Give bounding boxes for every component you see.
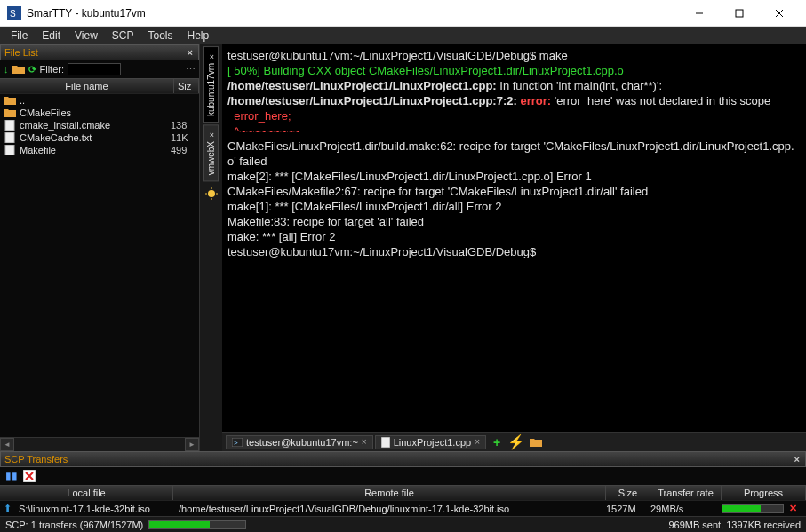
col-transfer-rate[interactable]: Transfer rate (650, 486, 722, 500)
app-icon: S (7, 6, 21, 20)
file-name: CMakeCache.txt (20, 132, 171, 143)
vtab-kubuntu17vm[interactable]: kubuntu17vm× (203, 46, 219, 123)
col-size[interactable]: Siz (174, 79, 199, 93)
menu-tools[interactable]: Tools (141, 28, 180, 44)
file-row[interactable]: Makefile499 (0, 144, 199, 156)
vtab-close-icon[interactable]: × (209, 131, 213, 139)
col-progress[interactable]: Progress (722, 486, 806, 500)
svg-rect-8 (5, 145, 14, 155)
terminal-icon: > (232, 438, 243, 447)
tab-close-icon[interactable]: × (475, 437, 480, 447)
window-title: SmarTTY - kubuntu17vm (27, 7, 679, 20)
file-icon (381, 437, 390, 448)
file-row[interactable]: cmake_install.cmake138 (0, 119, 199, 131)
file-name: cmake_install.cmake (20, 120, 171, 131)
menu-view[interactable]: View (68, 28, 105, 44)
tab-close-icon[interactable]: × (362, 437, 367, 447)
bottom-tabs: > testuser@kubuntu17vm:~ × LinuxProject1… (222, 432, 806, 451)
minimize-button[interactable] (679, 0, 719, 26)
col-filename[interactable]: File name (0, 79, 174, 93)
status-left: SCP: 1 transfers (967M/1527M) (5, 520, 143, 530)
svg-rect-7 (5, 132, 14, 143)
menu-edit[interactable]: Edit (35, 28, 68, 44)
file-list-title: File List (4, 47, 38, 58)
file-name: .. (20, 95, 171, 106)
scp-header: SCP Transfers × (0, 451, 806, 467)
file-list-rows: ..CMakeFilescmake_install.cmake138CMakeC… (0, 94, 199, 437)
file-list-columns: File name Siz (0, 78, 199, 94)
tab-file-editor[interactable]: LinuxProject1.cpp × (375, 435, 486, 449)
vertical-tabs: kubuntu17vm× vmwebX× (200, 44, 222, 451)
menu-scp[interactable]: SCP (105, 28, 141, 44)
file-name: Makefile (20, 145, 171, 155)
file-list-header: File List × (0, 44, 199, 60)
download-arrow-icon[interactable]: ↓ (4, 64, 9, 75)
pause-icon[interactable]: ▮▮ (5, 470, 18, 482)
folder-icon[interactable] (527, 434, 545, 450)
file-icon (4, 120, 20, 131)
remote-file-cell: /home/testuser/LinuxProject1/VisualGDB/D… (175, 504, 603, 514)
svg-rect-6 (5, 120, 14, 131)
file-row[interactable]: CMakeCache.txt11K (0, 131, 199, 144)
svg-point-9 (208, 190, 215, 197)
tab-terminal-session[interactable]: > testuser@kubuntu17vm:~ × (226, 435, 373, 449)
lightning-icon[interactable]: ⚡ (507, 434, 525, 450)
filter-label: Filter: (40, 64, 65, 75)
tab-label: LinuxProject1.cpp (394, 437, 471, 448)
menu-help[interactable]: Help (180, 28, 217, 44)
vtab-close-icon[interactable]: × (209, 52, 213, 61)
svg-text:S: S (10, 9, 16, 19)
menu-file[interactable]: File (4, 28, 35, 44)
menu-bar: File Edit View SCP Tools Help (0, 27, 806, 44)
svg-rect-16 (381, 437, 390, 448)
col-remote-file[interactable]: Remote file (173, 486, 606, 500)
scp-close-icon[interactable]: × (793, 454, 802, 465)
folder-icon (4, 95, 20, 106)
file-list-hscroll[interactable]: ◄ ► (0, 437, 199, 451)
terminal-output[interactable]: testuser@kubuntu17vm:~/LinuxProject1/Vis… (222, 44, 806, 432)
file-list-panel: File List × ↓ ⟳ Filter: ⋯ File name Siz … (0, 44, 200, 451)
add-tab-icon[interactable]: + (488, 434, 506, 450)
cancel-row-icon[interactable]: ✕ (789, 503, 797, 514)
window-titlebar: S SmarTTY - kubuntu17vm (0, 0, 806, 27)
scp-toolbar: ▮▮ (0, 467, 806, 485)
file-list-toolbar: ↓ ⟳ Filter: ⋯ (0, 60, 199, 78)
filter-input[interactable] (68, 63, 121, 75)
file-list-close-icon[interactable]: × (186, 47, 195, 58)
filter-dropdown-icon[interactable]: ⋯ (186, 64, 196, 75)
rate-cell: 29MB/s (647, 504, 718, 514)
file-size: 499 (171, 145, 196, 155)
refresh-icon[interactable]: ⟳ (28, 64, 36, 75)
local-file-cell: S:\linuxmint-17.1-kde-32bit.iso (15, 504, 175, 514)
tab-label: testuser@kubuntu17vm:~ (246, 437, 358, 448)
file-row[interactable]: .. (0, 94, 199, 107)
svg-rect-3 (736, 10, 743, 17)
cancel-transfer-icon[interactable] (23, 470, 36, 482)
file-icon (4, 132, 20, 143)
maximize-button[interactable] (719, 0, 759, 26)
col-size[interactable]: Size (606, 486, 650, 500)
status-bar: SCP: 1 transfers (967M/1527M) 969MB sent… (0, 516, 806, 532)
terminal-area: kubuntu17vm× vmwebX× testuser@kubuntu17v… (200, 44, 806, 451)
file-icon (4, 145, 20, 155)
sun-icon[interactable] (204, 187, 219, 201)
file-row[interactable]: CMakeFiles (0, 107, 199, 119)
status-progress-bar (148, 520, 246, 529)
file-size: 138 (171, 120, 196, 131)
progress-bar (722, 504, 784, 513)
close-button[interactable] (759, 0, 799, 26)
size-cell: 1527M (603, 504, 647, 514)
file-name: CMakeFiles (20, 107, 171, 118)
scroll-right-icon[interactable]: ► (185, 438, 199, 451)
scp-title: SCP Transfers (4, 454, 68, 465)
file-size: 11K (171, 132, 196, 143)
scroll-left-icon[interactable]: ◄ (0, 438, 14, 451)
status-right: 969MB sent, 1397KB received (668, 520, 801, 530)
scp-transfer-row[interactable]: ⬆ S:\linuxmint-17.1-kde-32bit.iso /home/… (0, 501, 806, 516)
vtab-vmwebx[interactable]: vmwebX× (203, 124, 219, 181)
open-folder-icon[interactable] (12, 64, 25, 75)
folder-icon (4, 107, 20, 118)
col-local-file[interactable]: Local file (0, 486, 173, 500)
progress-cell: ✕ (718, 503, 802, 514)
upload-arrow-icon: ⬆ (4, 503, 12, 514)
